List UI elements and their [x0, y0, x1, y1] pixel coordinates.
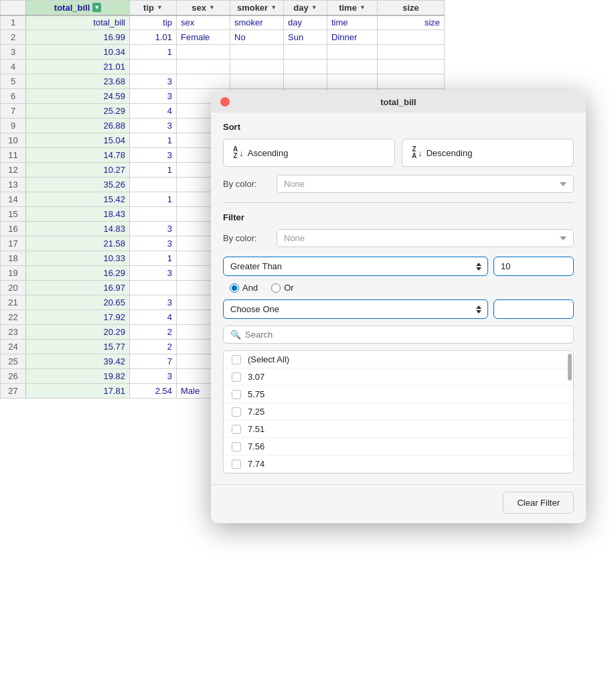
row-number-19: 19 — [1, 266, 26, 281]
col-d-arrow: ▼ — [271, 4, 277, 11]
sort-az-icon: AZ ↓ — [233, 146, 244, 159]
row-number-21: 21 — [1, 295, 26, 310]
cell-19-B: 3 — [130, 266, 177, 281]
checkbox-label-4: 7.51 — [248, 424, 264, 434]
filter-section-label: Filter — [223, 212, 574, 222]
cell-12-A: 10.27 — [26, 163, 130, 178]
cell-10-B: 1 — [130, 133, 177, 148]
radio-and-input[interactable] — [230, 283, 239, 293]
cell-5-G — [378, 74, 445, 89]
cell-23-B: 2 — [130, 325, 177, 340]
cell-3-B: 1 — [130, 45, 177, 60]
filter-radio-row: And Or — [223, 283, 574, 293]
modal-title: total_bill — [380, 97, 416, 107]
sort-descending-button[interactable]: ZA ↓ Descending — [402, 139, 574, 167]
sort-ascending-label: Ascending — [248, 148, 289, 158]
cell-4-G — [378, 60, 445, 74]
row-number-10: 10 — [1, 133, 26, 148]
row-number-header — [1, 1, 26, 15]
filter-modal: total_bill Sort AZ ↓ Ascending ZA ↓ Desc… — [211, 90, 586, 523]
row-number-15: 15 — [1, 207, 26, 222]
checkbox-label-6: 7.74 — [248, 459, 264, 469]
cell-26-B: 3 — [130, 369, 177, 384]
checkbox-item-5[interactable]: 7.56 — [224, 438, 573, 456]
col-header-f: time ▼ — [327, 1, 378, 15]
radio-or-label[interactable]: Or — [271, 283, 293, 293]
cell-1-D: smoker — [230, 15, 284, 30]
modal-titlebar: total_bill — [211, 90, 586, 113]
col-f-label: time — [339, 3, 357, 13]
sort-buttons-row: AZ ↓ Ascending ZA ↓ Descending — [223, 139, 574, 167]
row-number-6: 6 — [1, 89, 26, 104]
checkbox-box-3 — [232, 407, 241, 417]
col-a-filter-btn[interactable]: ▼ — [92, 3, 101, 12]
filter-condition-select-2[interactable]: Choose One — [223, 299, 488, 319]
cell-19-A: 16.29 — [26, 266, 130, 281]
checkbox-box-1 — [232, 372, 241, 382]
cell-5-C — [177, 74, 230, 89]
cell-11-A: 14.78 — [26, 148, 130, 163]
section-divider — [223, 202, 574, 203]
cell-3-D — [230, 45, 284, 60]
row-number-9: 9 — [1, 119, 26, 133]
cell-3-C — [177, 45, 230, 60]
col-header-g: size — [378, 1, 445, 15]
search-icon: 🔍 — [230, 330, 241, 340]
cell-26-A: 19.82 — [26, 369, 130, 384]
filter-condition-row-1: Greater Than — [223, 257, 574, 276]
filter-by-color-row: By color: None — [223, 229, 574, 247]
cell-4-C — [177, 60, 230, 74]
cell-1-F: time — [327, 15, 378, 30]
checkbox-item-6[interactable]: 7.74 — [224, 456, 573, 473]
sort-za-icon: ZA ↓ — [412, 146, 422, 159]
filter-value-input-1[interactable] — [493, 257, 574, 276]
scrollbar-thumb — [568, 354, 572, 380]
col-a-label: total_bill — [54, 3, 90, 13]
checkbox-item-4[interactable]: 7.51 — [224, 421, 573, 438]
checkbox-label-1: 3.07 — [248, 372, 264, 382]
checkbox-item-1[interactable]: 3.07 — [224, 368, 573, 386]
col-header-d: smoker ▼ — [230, 1, 284, 15]
cell-17-B: 3 — [130, 236, 177, 251]
checkbox-box-4 — [232, 425, 241, 434]
filter-by-color-label: By color: — [223, 233, 270, 243]
clear-filter-button[interactable]: Clear Filter — [503, 492, 574, 514]
filter-by-color-select[interactable]: None — [277, 229, 574, 247]
modal-close-button[interactable] — [220, 97, 230, 107]
cell-2-B: 1.01 — [130, 30, 177, 45]
cell-1-C: sex — [177, 15, 230, 30]
cell-22-A: 17.92 — [26, 310, 130, 325]
cell-13-A: 35.26 — [26, 178, 130, 192]
row-number-2: 2 — [1, 30, 26, 45]
cell-5-B: 3 — [130, 74, 177, 89]
col-c-label: sex — [191, 3, 206, 13]
cell-5-E — [284, 74, 327, 89]
cell-1-G: size — [378, 15, 445, 30]
sort-ascending-button[interactable]: AZ ↓ Ascending — [223, 139, 395, 167]
radio-and-label[interactable]: And — [230, 283, 258, 293]
checkbox-item-2[interactable]: 5.75 — [224, 386, 573, 403]
cell-9-A: 26.88 — [26, 119, 130, 133]
cell-17-A: 21.58 — [26, 236, 130, 251]
checkbox-box-6 — [232, 460, 241, 469]
cell-6-B: 3 — [130, 89, 177, 104]
checkbox-item-0[interactable]: (Select All) — [224, 351, 573, 368]
col-f-arrow: ▼ — [360, 4, 366, 11]
modal-body: Sort AZ ↓ Ascending ZA ↓ Descending By c… — [211, 113, 586, 484]
row-number-22: 22 — [1, 310, 26, 325]
row-number-17: 17 — [1, 236, 26, 251]
checkbox-item-3[interactable]: 7.25 — [224, 403, 573, 421]
row-number-13: 13 — [1, 178, 26, 192]
filter-condition-select-1[interactable]: Greater Than — [223, 257, 488, 276]
sort-by-color-select[interactable]: None — [277, 175, 574, 193]
filter-search-input[interactable] — [245, 330, 566, 340]
row-number-24: 24 — [1, 340, 26, 354]
row-number-18: 18 — [1, 251, 26, 266]
cell-2-C: Female — [177, 30, 230, 45]
row-number-12: 12 — [1, 163, 26, 178]
checkbox-label-0: (Select All) — [248, 354, 289, 364]
cell-27-A: 17.81 — [26, 384, 130, 399]
radio-or-input[interactable] — [271, 283, 281, 293]
cell-4-A: 21.01 — [26, 60, 130, 74]
filter-value-input-2[interactable] — [493, 299, 574, 319]
